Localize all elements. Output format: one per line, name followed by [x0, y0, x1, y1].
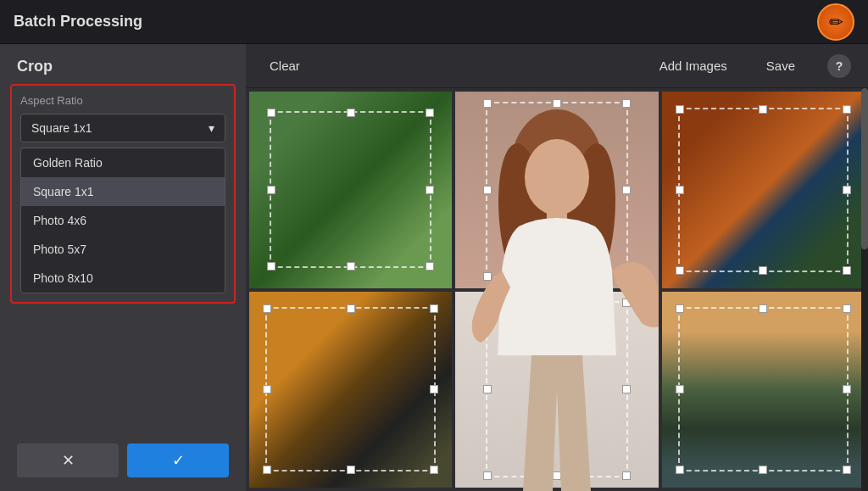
- cancel-icon: ✕: [62, 451, 75, 470]
- image-street: [249, 292, 452, 488]
- grid-cell-lake: [662, 292, 865, 488]
- grid-cell-greenhouse: [249, 92, 452, 288]
- pencil-icon: ✏: [829, 12, 843, 32]
- add-images-button[interactable]: Add Images: [653, 55, 734, 76]
- help-button[interactable]: ?: [827, 54, 851, 78]
- crop-header: Crop: [0, 44, 246, 84]
- option-photo-8x10[interactable]: Photo 8x10: [21, 264, 225, 293]
- aspect-ratio-dropdown[interactable]: Square 1x1 ▾: [20, 114, 225, 142]
- option-square-1x1[interactable]: Square 1x1: [21, 177, 225, 206]
- chevron-down-icon: ▾: [209, 121, 214, 135]
- right-panel: Clear Add Images Save ?: [246, 44, 868, 491]
- clear-button[interactable]: Clear: [263, 55, 307, 76]
- image-woman-bg-bottom: [455, 292, 658, 488]
- option-golden-ratio[interactable]: Golden Ratio: [21, 148, 225, 177]
- grid-cell-autumn: [662, 92, 865, 288]
- image-lake: [662, 292, 865, 488]
- option-photo-4x6[interactable]: Photo 4x6: [21, 206, 225, 235]
- panel-buttons: ✕ ✓: [0, 430, 246, 491]
- main-layout: Crop Aspect Ratio Square 1x1 ▾ Golden Ra…: [0, 44, 868, 491]
- image-greenhouse: [249, 92, 452, 288]
- left-panel: Crop Aspect Ratio Square 1x1 ▾ Golden Ra…: [0, 44, 246, 491]
- aspect-ratio-label: Aspect Ratio: [20, 94, 225, 107]
- scrollbar[interactable]: [861, 88, 868, 491]
- save-button[interactable]: Save: [760, 55, 802, 76]
- title-bar: Batch Processing ✏: [0, 0, 868, 44]
- grid-cell-woman-bottom: [455, 292, 658, 488]
- scrollbar-thumb[interactable]: [861, 88, 868, 249]
- confirm-icon: ✓: [172, 451, 185, 470]
- image-autumn: [662, 92, 865, 288]
- confirm-button[interactable]: ✓: [127, 444, 229, 477]
- cancel-button[interactable]: ✕: [17, 444, 119, 477]
- selected-option-label: Square 1x1: [31, 121, 92, 135]
- aspect-ratio-box: Aspect Ratio Square 1x1 ▾ Golden Ratio S…: [10, 84, 236, 304]
- grid-cell-street: [249, 292, 452, 488]
- pencil-button[interactable]: ✏: [817, 3, 854, 41]
- image-woman-bg-top: [455, 92, 658, 288]
- grid-cell-woman-top: [455, 92, 658, 288]
- toolbar: Clear Add Images Save ?: [246, 44, 868, 88]
- image-grid: [246, 88, 868, 491]
- app-title: Batch Processing: [14, 13, 142, 31]
- option-photo-5x7[interactable]: Photo 5x7: [21, 235, 225, 264]
- dropdown-list: Golden Ratio Square 1x1 Photo 4x6 Photo …: [20, 148, 225, 293]
